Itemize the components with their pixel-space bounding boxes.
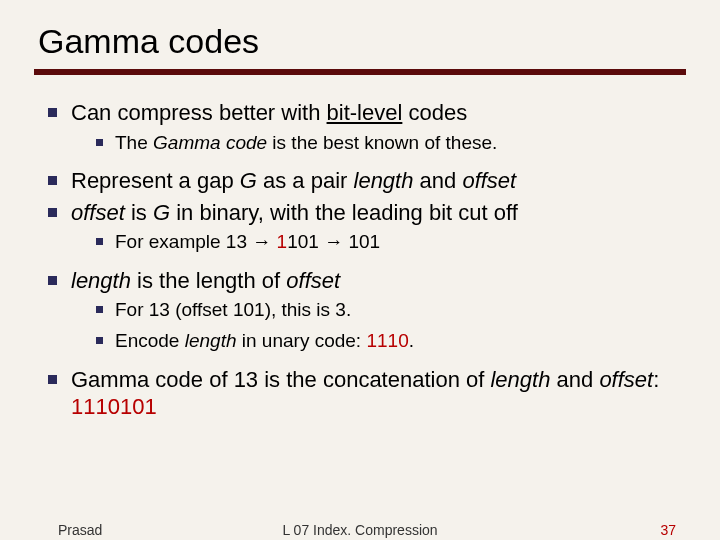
t: 1 [277, 231, 288, 252]
t: bit-level [327, 100, 403, 125]
bullet-text: Encode length in unary code: 1110. [115, 329, 682, 354]
bullet-icon [96, 238, 103, 245]
bullet-icon [48, 208, 57, 217]
t: is the best known of these. [267, 132, 497, 153]
t: codes [402, 100, 467, 125]
t: : [653, 367, 659, 392]
bullet-icon [48, 108, 57, 117]
bullet-icon [96, 337, 103, 344]
t: as a pair [257, 168, 354, 193]
slide-title: Gamma codes [38, 22, 682, 61]
t: in binary, with the leading bit cut off [170, 200, 518, 225]
bullet-text: length is the length of offset [71, 267, 682, 295]
bullet-text: The Gamma code is the best known of thes… [115, 131, 682, 156]
bullet-text: For 13 (offset 101), this is 3. [115, 298, 682, 323]
t: length [71, 268, 131, 293]
t: and [413, 168, 462, 193]
t: Represent a gap [71, 168, 240, 193]
t: G [240, 168, 257, 193]
slide: Gamma codes Can compress better with bit… [0, 0, 720, 540]
t: offset [599, 367, 653, 392]
bullet-1: Can compress better with bit-level codes [48, 99, 682, 127]
footer-title: L 07 Index. Compression [0, 522, 720, 538]
bullet-4-1: For 13 (offset 101), this is 3. [96, 298, 682, 323]
t: 101 → 101 [287, 231, 380, 252]
t: is the length of [131, 268, 286, 293]
bullet-icon [48, 276, 57, 285]
t: The [115, 132, 153, 153]
bullet-5: Gamma code of 13 is the concatenation of… [48, 366, 682, 421]
bullet-icon [48, 375, 57, 384]
t: Can compress better with [71, 100, 327, 125]
bullet-4-2: Encode length in unary code: 1110. [96, 329, 682, 354]
bullet-text: Can compress better with bit-level codes [71, 99, 682, 127]
t: length [185, 330, 237, 351]
t: length [354, 168, 414, 193]
t: 1110101 [71, 394, 157, 419]
t: in unary code: [237, 330, 367, 351]
bullet-icon [48, 176, 57, 185]
t: and [550, 367, 599, 392]
t: Gamma code [153, 132, 267, 153]
t: Encode [115, 330, 185, 351]
footer-page: 37 [660, 522, 676, 538]
t: G [153, 200, 170, 225]
t: Gamma code of 13 is the concatenation of [71, 367, 490, 392]
title-rule [34, 69, 686, 75]
bullet-text: offset is G in binary, with the leading … [71, 199, 682, 227]
t: offset [462, 168, 516, 193]
t: length [490, 367, 550, 392]
bullet-text: Gamma code of 13 is the concatenation of… [71, 366, 682, 421]
t: . [409, 330, 414, 351]
bullet-text: Represent a gap G as a pair length and o… [71, 167, 682, 195]
bullet-2: Represent a gap G as a pair length and o… [48, 167, 682, 195]
bullet-3: offset is G in binary, with the leading … [48, 199, 682, 227]
bullet-1-1: The Gamma code is the best known of thes… [96, 131, 682, 156]
t: offset [71, 200, 125, 225]
bullet-3-1: For example 13 → 1101 → 101 [96, 230, 682, 255]
t: For example 13 → [115, 231, 277, 252]
bullet-icon [96, 306, 103, 313]
bullet-4: length is the length of offset [48, 267, 682, 295]
t: offset [286, 268, 340, 293]
t: is [125, 200, 153, 225]
t: 1110 [366, 330, 408, 351]
bullet-text: For example 13 → 1101 → 101 [115, 230, 682, 255]
bullet-icon [96, 139, 103, 146]
